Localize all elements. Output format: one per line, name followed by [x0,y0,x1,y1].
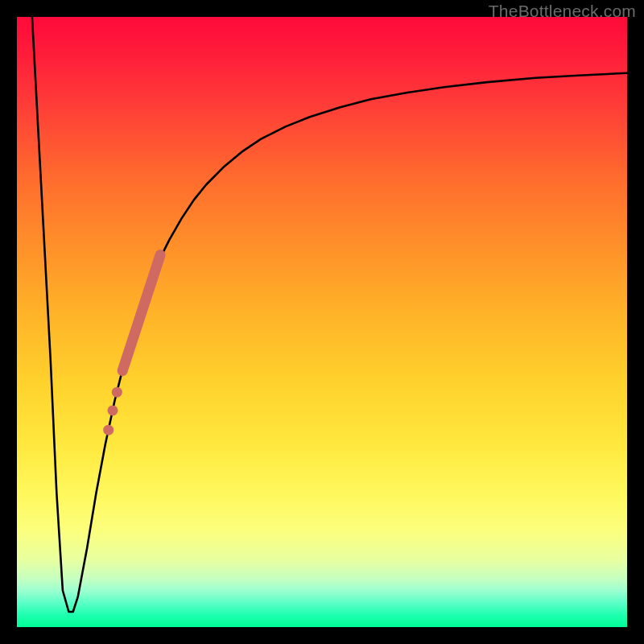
chart-svg [17,17,627,627]
chart-plot-area [17,17,627,627]
highlight-segment [122,255,160,371]
highlight-dots [103,387,122,436]
watermark-text: TheBottleneck.com [489,2,636,21]
highlight-dot [112,387,122,398]
bottleneck-curve [32,17,627,612]
highlight-dot [103,425,114,436]
highlight-dot [108,405,118,415]
